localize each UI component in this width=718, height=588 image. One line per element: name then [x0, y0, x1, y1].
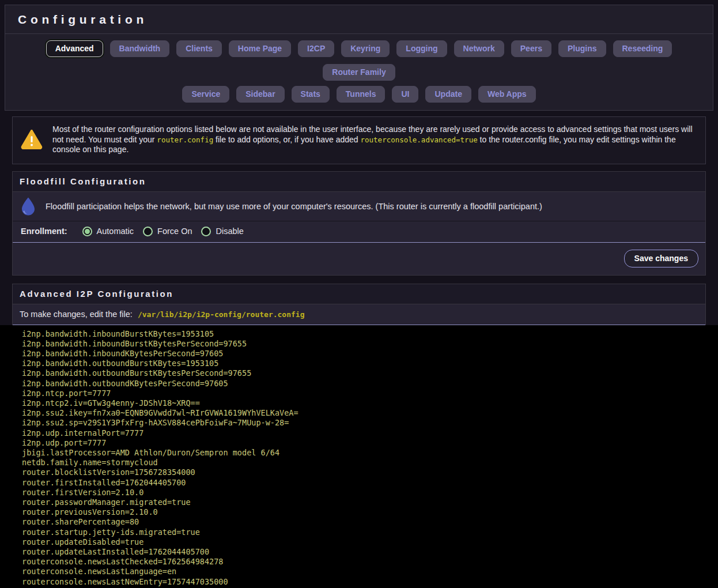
tab-update[interactable]: Update — [425, 86, 471, 103]
floodfill-configuration-section: Floodfill Configuration Floodfill partic… — [12, 171, 706, 276]
tab-stats[interactable]: Stats — [292, 86, 330, 103]
radio-force-on-label[interactable]: Force On — [157, 227, 192, 236]
tab-ui[interactable]: UI — [392, 86, 418, 103]
warning-text-part: file to add options, or, if you have add… — [213, 135, 360, 144]
floodfill-section-title: Floodfill Configuration — [20, 176, 698, 186]
advanced-section-header: Advanced I2P Configuration — [13, 284, 705, 304]
save-changes-button[interactable]: Save changes — [624, 250, 698, 267]
title-bar: Configuration — [5, 5, 713, 34]
floodfill-info-row: Floodfill participation helps the networ… — [13, 192, 705, 221]
water-droplet-icon — [20, 197, 37, 216]
tab-row-1: Advanced Bandwidth Clients Home Page I2C… — [16, 40, 702, 81]
advanced-section-title: Advanced I2P Configuration — [20, 289, 698, 299]
tab-row-2: Service Sidebar Stats Tunnels UI Update … — [16, 86, 702, 103]
radio-force-on[interactable]: Force On — [143, 227, 192, 236]
inline-code: routerconsole.advanced=true — [361, 135, 478, 144]
edit-file-row: To make changes, edit the file: /var/lib… — [13, 304, 705, 325]
radio-disable-control[interactable] — [201, 227, 211, 236]
router-console-page: Configuration Advanced Bandwidth Clients… — [0, 0, 718, 588]
radio-disable[interactable]: Disable — [201, 227, 243, 236]
tab-network[interactable]: Network — [454, 40, 504, 57]
tab-reseeding[interactable]: Reseeding — [613, 40, 672, 57]
radio-force-on-control[interactable] — [143, 227, 153, 236]
router-config-file-path: /var/lib/i2p/i2p-config/router.config — [138, 310, 305, 319]
radio-automatic-label[interactable]: Automatic — [97, 227, 134, 236]
tab-web-apps[interactable]: Web Apps — [478, 86, 536, 103]
tab-keyring[interactable]: Keyring — [341, 40, 390, 57]
radio-automatic-control[interactable] — [82, 227, 92, 236]
tab-router-family[interactable]: Router Family — [323, 64, 395, 81]
floodfill-info-text: Floodfill participation helps the networ… — [46, 202, 542, 211]
tab-home-page[interactable]: Home Page — [229, 40, 291, 57]
save-row: Save changes — [13, 243, 705, 275]
tab-advanced[interactable]: Advanced — [46, 40, 103, 57]
page-title: Configuration — [18, 13, 700, 27]
radio-disable-label[interactable]: Disable — [216, 227, 243, 236]
tab-logging[interactable]: Logging — [396, 40, 447, 57]
warning-text: Most of the router configuration options… — [52, 125, 696, 155]
radio-automatic[interactable]: Automatic — [82, 227, 134, 236]
tab-peers[interactable]: Peers — [511, 40, 551, 57]
edit-file-note: To make changes, edit the file: — [20, 310, 133, 319]
tab-clients[interactable]: Clients — [176, 40, 222, 57]
warning-triangle-icon — [21, 130, 43, 149]
configuration-header-box: Configuration Advanced Bandwidth Clients… — [5, 5, 713, 111]
advanced-settings-warning: Most of the router configuration options… — [12, 116, 706, 164]
router-config-dump: i2np.bandwidth.inboundBurstKBytes=195310… — [0, 325, 718, 588]
tab-tunnels[interactable]: Tunnels — [337, 86, 386, 103]
tab-service[interactable]: Service — [182, 86, 229, 103]
tab-sidebar[interactable]: Sidebar — [236, 86, 284, 103]
tab-bandwidth[interactable]: Bandwidth — [110, 40, 170, 57]
page-top: Configuration Advanced Bandwidth Clients… — [0, 0, 718, 325]
floodfill-section-header: Floodfill Configuration — [13, 172, 705, 192]
inline-code: router.config — [157, 135, 213, 144]
tab-i2cp[interactable]: I2CP — [298, 40, 334, 57]
config-tabs: Advanced Bandwidth Clients Home Page I2C… — [5, 34, 713, 110]
advanced-i2p-configuration-section: Advanced I2P Configuration To make chang… — [12, 284, 706, 325]
tab-plugins[interactable]: Plugins — [558, 40, 606, 57]
enrollment-row: Enrollment: Automatic Force On Disable — [13, 221, 705, 243]
enrollment-label: Enrollment: — [21, 227, 67, 236]
